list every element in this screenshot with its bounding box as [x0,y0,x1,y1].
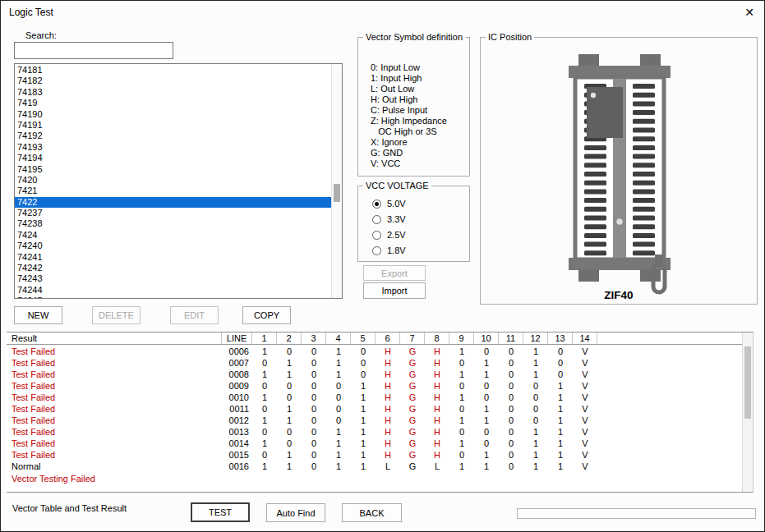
vector-cell: H [425,392,449,404]
device-list-item[interactable]: 7421 [15,186,331,196]
vector-cell: V [573,369,597,381]
vector-cell: G [400,461,425,473]
vector-cell: 0 [449,427,474,438]
table-row[interactable]: Test Failed000900001HGH00001V [7,381,753,392]
vector-cell: 1 [277,415,302,427]
device-list-item[interactable]: 74191 [15,120,331,131]
table-row[interactable]: Test Failed001501011HGH01011V [7,450,753,461]
delete-button[interactable]: DELETE [92,306,141,324]
radio-icon[interactable] [372,231,381,240]
vector-cell: H [425,415,449,427]
vector-cell: 0 [302,461,326,473]
table-row[interactable]: Test Failed001010001HGH10001V [7,392,753,404]
result-cell: Test Failed [7,427,222,438]
vector-cell: 0 [499,404,523,415]
vector-cell: V [573,450,597,461]
device-list-item[interactable]: 74244 [15,285,331,296]
table-row[interactable]: Test Failed000811010HGH11010V [7,369,753,381]
list-scrollbar[interactable] [331,64,342,298]
device-list-item[interactable]: 74241 [15,252,331,263]
vector-cell: H [425,381,449,392]
vector-cell: 1 [548,404,573,415]
vector-cell: 1 [523,450,548,461]
search-input[interactable] [14,42,173,59]
vector-cell: V [573,461,597,473]
vcc-radio-2.5V[interactable]: 2.5V [372,229,406,241]
new-button[interactable]: NEW [14,306,62,324]
vector-cell: 1 [351,392,376,404]
socket-label: ZIF40 [481,289,757,301]
line-cell: 0010 [222,392,252,404]
device-list-item[interactable]: 74237 [15,208,331,218]
progress-bar [517,508,756,519]
table-row[interactable]: Test Failed001101001HGH01001V [7,404,753,415]
result-cell: Test Failed [7,404,222,415]
device-list-item[interactable]: 74243 [15,273,331,284]
device-list-item[interactable]: 74190 [15,109,331,120]
table-scrollbar[interactable] [742,332,753,492]
vector-cell: V [573,415,597,427]
device-list-item[interactable]: 74194 [15,153,331,163]
import-button[interactable]: Import [363,282,426,299]
vcc-radio-3.3V[interactable]: 3.3V [372,213,406,225]
device-list-item[interactable]: 74192 [15,131,331,141]
table-scrollbar-thumb[interactable] [744,346,751,419]
table-row[interactable]: Test Failed001300011HGH00011V [7,427,753,438]
device-list-item[interactable]: 74183 [15,87,331,98]
radio-icon[interactable] [372,246,381,255]
vector-cell: 0 [499,346,523,358]
device-list-item[interactable]: 7424 [15,230,331,241]
table-row[interactable]: Normal001611011LGL11011V [7,461,753,473]
line-cell: 0013 [222,427,252,438]
device-list-item[interactable]: 74242 [15,263,331,273]
edit-button[interactable]: EDIT [170,306,219,324]
vector-cell: 1 [351,450,376,461]
vcc-voltage-group: VCC VOLTAGE 5.0V3.3V2.5V1.8V [357,186,470,262]
device-list-item[interactable]: 74182 [15,76,331,86]
vector-cell: H [376,427,400,438]
device-list-item[interactable]: 7419 [15,98,331,108]
vector-cell: 0 [302,404,326,415]
device-list-item[interactable]: 74238 [15,218,331,229]
copy-button[interactable]: COPY [242,306,291,324]
vector-cell: 0 [474,346,499,358]
close-icon[interactable]: ✕ [741,4,758,21]
device-list-item[interactable]: 7422 [15,197,331,208]
vector-cell: 1 [523,461,548,473]
device-list-item[interactable]: 74240 [15,241,331,251]
line-cell: 0015 [222,450,252,461]
line-cell: 0009 [222,381,252,392]
radio-icon[interactable] [372,215,381,224]
device-list-item[interactable]: 74195 [15,164,331,175]
vector-cell: 1 [548,392,573,404]
column-header: 11 [499,332,523,344]
table-row[interactable]: Test Failed000701010HGH01010V [7,358,753,369]
header-filler [597,332,753,344]
device-list-item[interactable]: 74193 [15,142,331,153]
device-list-item[interactable]: 7420 [15,175,331,186]
vector-cell: 0 [548,346,573,358]
test-button[interactable]: TEST [191,502,250,522]
vector-cell: 0 [277,392,302,404]
device-list-item[interactable]: 74181 [15,65,331,76]
vector-cell: 1 [449,346,474,358]
vector-cell: 1 [523,438,548,450]
vcc-radio-5.0V[interactable]: 5.0V [372,198,406,209]
line-cell: 0007 [222,358,252,369]
list-scrollbar-thumb[interactable] [334,184,340,202]
table-row[interactable]: Test Failed001410011HGH10011V [7,438,753,450]
vector-cell: V [573,358,597,369]
table-row[interactable]: Test Failed000610010HGH10010V [7,346,753,358]
back-button[interactable]: BACK [342,503,402,522]
vector-cell: G [400,392,425,404]
line-cell: 0014 [222,438,252,450]
radio-icon[interactable] [372,200,381,209]
vcc-radio-1.8V[interactable]: 1.8V [372,245,406,256]
export-button[interactable]: Export [363,265,426,281]
device-list-item[interactable]: 74245 [15,296,331,299]
vector-cell: 0 [252,381,277,392]
table-row[interactable]: Test Failed001211001HGH11001V [7,415,753,427]
vector-cell: 0 [474,381,499,392]
result-cell: Test Failed [7,392,222,404]
auto-find-button[interactable]: Auto Find [266,503,325,522]
